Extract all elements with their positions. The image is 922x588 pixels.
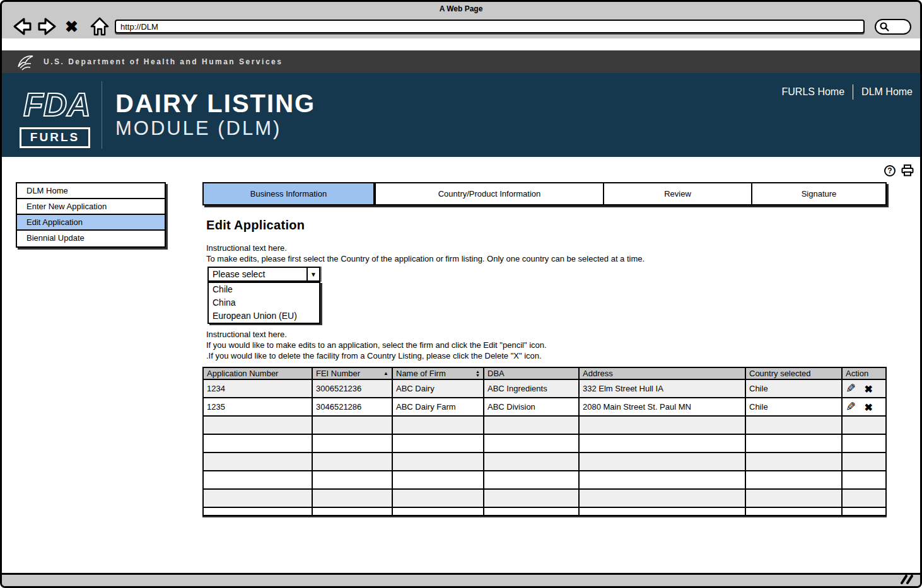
col-header-name-of-firm[interactable]: Name of Firm ▲ ▼ (392, 367, 484, 379)
empty-table-row (203, 453, 886, 471)
tab-country-product-information[interactable]: Country/Product Information (375, 183, 603, 204)
instruction-line: If you would like to make edits to an ap… (206, 340, 547, 350)
country-select[interactable]: Please select ▼ (207, 267, 320, 282)
empty-cell (392, 471, 484, 489)
empty-cell (312, 489, 392, 507)
cell-actions: ✎ ✖ (842, 398, 886, 416)
empty-cell (579, 471, 745, 489)
back-button[interactable] (11, 17, 32, 36)
page-title: Edit Application (206, 218, 305, 233)
empty-cell (842, 416, 886, 434)
empty-cell (579, 416, 745, 434)
empty-cell (745, 489, 842, 507)
cell-address: 2080 Main Street St. Paul MN (579, 398, 745, 416)
table-row[interactable]: 1235 3046521286 ABC Dairy Farm ABC Divis… (203, 398, 886, 416)
empty-cell (842, 471, 886, 489)
sort-ascending-icon[interactable]: ▲ (383, 371, 388, 376)
empty-cell (203, 489, 312, 507)
page-content: U.S. Department of Health and Human Serv… (2, 38, 920, 573)
print-icon[interactable] (901, 164, 914, 176)
instruction-line: Instructional text here. (206, 329, 547, 340)
sort-both-icon[interactable]: ▲ ▼ (476, 370, 480, 377)
empty-cell (484, 453, 579, 471)
option-chile[interactable]: Chile (209, 283, 319, 296)
tab-review[interactable]: Review (603, 183, 751, 204)
fda-furls-logo: FDA FURLS (20, 87, 90, 148)
dlm-home-link[interactable]: DLM Home (861, 86, 913, 98)
col-header-dba: DBA (484, 367, 579, 379)
empty-table-row (203, 489, 886, 507)
instructions-edit-delete: Instructional text here. If you would li… (206, 329, 547, 361)
header-divider (102, 81, 102, 149)
cell-actions: ✎ ✖ (842, 379, 886, 398)
empty-cell (579, 489, 745, 507)
cell-fei-number: 3006521236 (312, 379, 392, 398)
table-header-row: Application Number FEI Number ▲ Name of … (203, 367, 886, 379)
empty-cell (203, 434, 312, 453)
delete-x-icon[interactable]: ✖ (865, 402, 873, 413)
browser-toolbar: ✖ (11, 14, 911, 38)
tab-business-information[interactable]: Business Information (204, 183, 375, 204)
empty-cell (203, 471, 312, 489)
resize-grip-icon[interactable] (899, 575, 915, 584)
empty-cell (312, 434, 392, 453)
col-header-country-selected: Country selected (745, 367, 842, 379)
svg-text:FDA: FDA (23, 87, 90, 122)
option-china[interactable]: China (209, 296, 319, 309)
empty-table-row (203, 434, 886, 453)
cell-country: Chile (745, 379, 842, 398)
col-header-application-number: Application Number (203, 367, 312, 379)
empty-cell (579, 434, 745, 453)
furls-home-link[interactable]: FURLS Home (782, 86, 845, 98)
chevron-down-icon[interactable]: ▼ (306, 268, 319, 280)
col-header-action: Action (842, 367, 886, 379)
app-header: FDA FURLS DAIRY LISTING MODULE (DLM) FUR… (2, 73, 920, 157)
home-button[interactable] (90, 16, 110, 37)
empty-cell (745, 453, 842, 471)
sort-down-glyph: ▼ (476, 374, 480, 378)
sidebar-item-edit-application[interactable]: Edit Application (17, 215, 165, 231)
empty-cell (842, 453, 886, 471)
col-header-address: Address (579, 367, 745, 379)
hhs-banner-text: U.S. Department of Health and Human Serv… (44, 57, 283, 66)
sidebar-item-biennial-update[interactable]: Biennial Update (17, 231, 165, 246)
edit-pencil-icon[interactable]: ✎ (846, 400, 856, 414)
sidebar-item-dlm-home[interactable]: DLM Home (17, 183, 165, 199)
app-title-line2: MODULE (DLM) (115, 117, 315, 140)
empty-cell (392, 507, 484, 516)
col-header-fei-number[interactable]: FEI Number ▲ (312, 367, 392, 379)
empty-cell (203, 453, 312, 471)
help-icon[interactable]: ? (884, 165, 896, 176)
sidebar-item-enter-new-application[interactable]: Enter New Application (17, 199, 165, 215)
instruction-line: To make edits, please first select the C… (206, 253, 645, 264)
applications-table: Application Number FEI Number ▲ Name of … (202, 367, 887, 516)
header-links-divider (853, 84, 853, 100)
col-header-label: Name of Firm (396, 369, 446, 378)
cell-fei-number: 3046521286 (312, 398, 392, 416)
empty-cell (312, 416, 392, 434)
forward-button[interactable] (37, 17, 59, 36)
forward-arrow-icon (37, 17, 59, 36)
option-european-union[interactable]: European Union (EU) (209, 309, 319, 323)
table-row[interactable]: 1234 3006521236 ABC Dairy ABC Ingredient… (203, 379, 886, 398)
empty-cell (484, 471, 579, 489)
instruction-line: .If you would like to delete the facilit… (206, 350, 547, 361)
hhs-banner: U.S. Department of Health and Human Serv… (2, 50, 920, 73)
empty-cell (579, 453, 745, 471)
empty-cell (745, 507, 842, 516)
empty-cell (392, 453, 484, 471)
hhs-eagle-logo-icon (16, 53, 35, 71)
empty-table-row (203, 416, 886, 434)
cell-dba: ABC Ingredients (484, 379, 579, 398)
cell-application-number: 1234 (203, 379, 312, 398)
url-input[interactable] (115, 20, 865, 33)
tab-signature[interactable]: Signature (751, 183, 885, 204)
empty-cell (484, 489, 579, 507)
tab-bar: Business Information Country/Product Inf… (202, 182, 887, 205)
stop-button[interactable]: ✖ (64, 18, 85, 35)
col-header-label: FEI Number (316, 369, 360, 378)
window-title: A Web Page (2, 4, 920, 13)
search-box[interactable] (875, 19, 911, 35)
edit-pencil-icon[interactable]: ✎ (846, 381, 856, 396)
delete-x-icon[interactable]: ✖ (865, 384, 873, 395)
